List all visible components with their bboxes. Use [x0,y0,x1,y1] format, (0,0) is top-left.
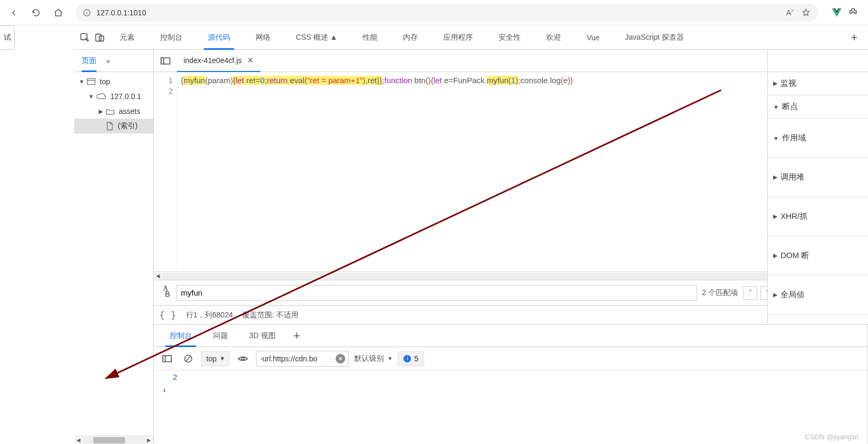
debug-section[interactable]: ▶调用堆 [768,158,868,197]
debugger-sidebar: ▶监视▼断点▼作用域▶调用堆▶XHR/抓▶DOM 断▶全局侦 [767,50,868,324]
browser-toolbar: 127.0.0.1:1010 A» [0,0,868,25]
live-expression-button[interactable] [235,351,251,367]
debug-section[interactable]: ▼断点 [768,95,868,119]
add-tab-button[interactable]: + [846,29,863,46]
toggle-navigator-button[interactable] [157,52,174,69]
find-bar: AB 2 个匹配项 ˄ ˅ Aa .* 取消 [154,280,867,305]
svg-point-9 [242,357,244,360]
extensions-icon[interactable] [848,7,858,18]
debug-section[interactable]: ▶DOM 断 [768,236,868,276]
navigator-tab-more[interactable]: » [106,50,110,72]
clear-filter-icon[interactable]: ✕ [336,354,345,363]
navigator-tab-page[interactable]: 页面 [82,50,97,72]
sources-editor: index-41e0e4cf.js ✕ ⫾⫾ 1 2 {myfun(param)… [154,50,868,444]
info-icon [83,8,91,17]
inspect-icon[interactable] [80,32,90,43]
navigator-panel: 页面 » ▼top▼127.0.0.1▶assets(索引) ◀▶ [74,50,154,444]
match-count: 2 个匹配项 [702,288,738,298]
url-text: 127.0.0.1:1010 [97,8,146,17]
line-gutter[interactable]: 1 2 [154,72,178,271]
devtools-tab-0[interactable]: 元素 [109,25,145,50]
log-level-select[interactable]: 默认级别▼ [354,354,392,363]
devtools-tabs: 元素控制台源代码网络CSS 概述 ▲性能内存应用程序安全性欢迎VueJavaSc… [74,25,868,50]
replace-toggle-icon[interactable]: AB [158,285,173,300]
editor-status-bar: { } 行1，列68024 覆盖范围: 不适用 [154,305,867,324]
left-tab-stub[interactable]: 试 [0,25,15,50]
svg-rect-7 [163,356,171,361]
tree-row[interactable]: ▼top [74,74,153,89]
drawer-add-tab[interactable]: + [288,327,305,344]
debug-section[interactable]: ▼作用域 [768,119,868,158]
find-prev-button[interactable]: ˄ [743,286,757,300]
devtools-tab-4[interactable]: CSS 概述 ▲ [285,25,348,50]
debug-section[interactable]: ▶监视 [768,72,868,95]
devtools-tab-2[interactable]: 源代码 [197,25,241,50]
debug-section[interactable]: ▶全局侦 [768,276,868,315]
device-toggle-icon[interactable] [94,32,105,43]
tree-row[interactable]: (索引) [74,119,153,134]
file-tab-name: index-41e0e4cf.js [183,56,242,65]
console-prompt[interactable]: › [159,383,862,396]
devtools-tab-5[interactable]: 性能 [352,25,388,50]
file-tree: ▼top▼127.0.0.1▶assets(索引) [74,72,153,436]
prompt-chevron-icon: › [159,385,170,394]
pretty-print-button[interactable]: { } [159,309,177,321]
file-tab[interactable]: index-41e0e4cf.js ✕ [177,50,260,72]
address-bar[interactable]: 127.0.0.1:1010 A» [75,4,818,22]
clear-console-button[interactable] [180,351,196,367]
execution-context-select[interactable]: top▼ [201,351,230,366]
favorite-icon[interactable] [801,8,811,17]
watermark: CSDN @jiyanglin [805,433,858,441]
svg-rect-2 [96,34,101,41]
tree-row[interactable]: ▶assets [74,104,153,119]
tree-row[interactable]: ▼127.0.0.1 [74,89,153,104]
devtools: 元素控制台源代码网络CSS 概述 ▲性能内存应用程序安全性欢迎VueJavaSc… [74,25,868,444]
drawer-tab-3dview[interactable]: 3D 视图 [241,325,284,347]
back-button[interactable] [5,4,22,21]
cursor-position: 行1，列68024 [186,310,233,320]
devtools-tab-11[interactable]: JavaScript 探查器 [615,25,695,50]
debug-section[interactable]: ▶XHR/抓 [768,197,868,236]
console-body[interactable]: 2 › [154,370,867,444]
devtools-tab-6[interactable]: 内存 [392,25,428,50]
debugger-toolbar [768,50,868,72]
issues-indicator[interactable]: i5 [398,351,424,366]
drawer-tab-console[interactable]: 控制台 [161,325,200,347]
svg-rect-4 [87,78,95,84]
reload-button[interactable] [28,4,45,21]
close-tab-icon[interactable]: ✕ [247,56,254,65]
console-filter-input[interactable]: -url:https://cdn.bo ✕ [256,351,349,367]
console-output-value: 2 [173,372,177,381]
console-toolbar: top▼ -url:https://cdn.bo ✕ 默认级别▼ i5 [154,347,867,370]
svg-rect-3 [99,35,103,41]
drawer: 控制台 问题 3D 视图 + top▼ -url:https://cdn.bo … [154,324,867,444]
devtools-tab-10[interactable]: Vue [576,25,610,50]
devtools-tab-9[interactable]: 欢迎 [536,25,572,50]
devtools-tab-1[interactable]: 控制台 [150,25,193,50]
issues-dot-icon: i [404,355,411,362]
coverage-status: 覆盖范围: 不适用 [242,310,299,320]
navigator-scrollbar[interactable]: ◀▶ [74,436,153,444]
console-sidebar-toggle[interactable] [159,351,175,367]
code-horizontal-scrollbar[interactable]: ◀▶ [154,271,867,280]
devtools-tab-3[interactable]: 网络 [245,25,281,50]
code-content[interactable]: {myfun(param){let ret=0;return eval("ret… [178,72,867,271]
home-button[interactable] [50,4,67,21]
read-aloud-icon[interactable]: A» [786,8,794,17]
devtools-tab-8[interactable]: 安全性 [488,25,531,50]
find-input[interactable] [176,285,697,301]
devtools-tab-7[interactable]: 应用程序 [433,25,484,50]
drawer-tab-issues[interactable]: 问题 [205,325,236,347]
filter-text: -url:https://cdn.bo [260,354,317,363]
vue-extension-icon[interactable] [831,7,843,18]
